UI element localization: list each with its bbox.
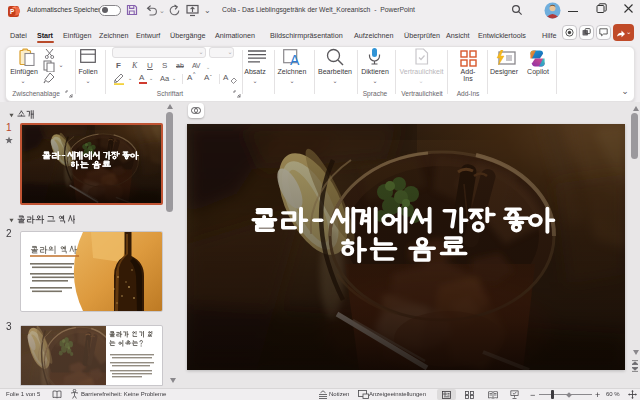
svg-text:A: A: [290, 52, 300, 66]
